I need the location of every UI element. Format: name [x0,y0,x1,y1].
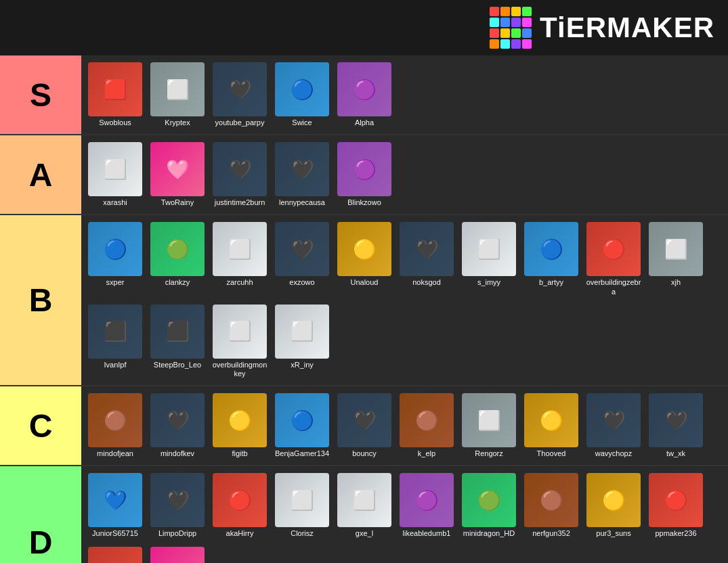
list-item[interactable]: 🟡figitb [210,390,270,461]
list-item[interactable]: 🟡Thooved [521,390,581,461]
list-item[interactable]: 🖤lennypecausa [272,139,332,210]
logo-cell [500,18,510,27]
avatar: 🖤 [586,393,641,447]
list-item[interactable]: ⬛IvanIpf [85,302,145,372]
logo-cell [522,18,532,27]
logo-cell [511,18,521,27]
avatar-emoji: 🟣 [353,78,377,101]
character-name: overbuildingzebra [585,278,642,296]
avatar: ⬜ [213,222,267,276]
character-name: s_imyy [477,278,500,287]
avatar-emoji: 🔴 [664,489,688,512]
list-item[interactable]: 🟡Unaloud [335,219,394,290]
list-item[interactable]: 🔴akaHirry [210,470,270,541]
character-name: LimpoDripp [158,529,196,538]
tier-label-b: B [0,215,81,385]
avatar-emoji: ⬜ [291,320,314,342]
character-name: xjh [671,278,681,287]
avatar: 🟢 [462,473,516,527]
character-name: Alpha [355,118,374,127]
avatar: 🟥 [88,62,142,116]
list-item[interactable]: 🔵b_artyy [521,219,581,290]
list-item[interactable]: ⬜gxe_l [335,470,394,541]
avatar: 🖤 [275,222,329,276]
character-name: Unaloud [351,278,379,287]
list-item[interactable]: 🩷TwoRainy [148,139,207,210]
avatar: 🔴 [586,222,641,276]
list-item[interactable]: 🟥Swoblous [85,60,145,130]
list-item[interactable]: ⬜xR_iny [272,302,332,372]
avatar: ⬜ [275,473,329,527]
avatar-emoji: 🖤 [602,409,626,432]
list-item[interactable]: 🔵sxper [85,219,145,290]
list-item[interactable]: ⬛SteepBro_Leo [148,302,207,372]
list-item[interactable]: 🖤youtube_parpy [210,60,270,130]
list-item[interactable]: 🟤nerfgun352 [521,470,581,541]
list-item[interactable]: 🟤k_elp [397,390,456,461]
list-item[interactable]: 🟣Blinkzowo [335,139,394,210]
tier-row-a: A⬜xarashi🩷TwoRainy🖤justintime2burn🖤lenny… [0,135,728,215]
list-item[interactable]: ⬜Kryptex [148,60,207,130]
tier-row-b: B🔵sxper🟢clankzy⬜zarcuhh🖤exzowo🟡Unaloud🖤n… [0,215,728,386]
list-item[interactable]: ⬜Clorisz [272,470,332,541]
list-item[interactable]: 🟡pur3_suns [584,470,643,541]
list-item[interactable]: ⬜Rengorz [459,390,519,461]
avatar: 🟣 [400,473,454,527]
character-name: xR_iny [291,361,314,369]
list-item[interactable]: 🟤mindofjean [85,390,145,461]
list-item[interactable]: 💙JuniorS65715 [85,470,145,541]
list-item[interactable]: 🖤mindofkev [148,390,207,461]
list-item[interactable]: 🔵BenjaGamer134 [272,390,332,461]
character-name: lennypecausa [279,198,325,207]
avatar-emoji: 🖤 [228,78,252,101]
avatar: 🟡 [337,222,391,276]
avatar: 🔴 [649,473,703,527]
list-item[interactable]: ⬜zarcuhh [210,219,270,290]
list-item[interactable]: 🖤noksgod [397,219,456,290]
avatar-emoji: ⬜ [228,238,252,261]
list-item[interactable]: 🖤wavychopz [584,390,643,461]
list-item[interactable]: ⬜s_imyy [459,219,519,290]
list-item[interactable]: 🖤LimpoDripp [148,470,207,541]
character-name: Rengorz [475,449,503,458]
logo-cell [490,7,499,16]
character-name: nerfgun352 [532,529,570,538]
logo-cell [511,28,521,38]
list-item[interactable]: 🔴overbuildingzebra [584,219,643,298]
avatar: 🔵 [275,393,329,447]
avatar: 🩷 [150,142,205,196]
avatar: ⬜ [649,222,703,276]
list-item[interactable]: ⬜overbuildingmonkey [210,302,270,381]
character-name: zarcuhh [226,278,253,287]
avatar-emoji: 🔴 [228,489,252,512]
logo-cell [500,28,510,38]
avatar: 🩷 [150,547,205,564]
avatar-emoji: 🩷 [166,158,190,181]
tier-list: S🟥Swoblous⬜Kryptex🖤youtube_parpy🔵Swice🟣A… [0,55,728,563]
list-item[interactable]: 🖤tw_xk [646,390,706,461]
list-item[interactable]: 🟢minidragon_HD [459,470,519,541]
list-item[interactable]: 🟣Alpha [335,60,394,130]
list-item[interactable]: ⬜xjh [646,219,706,290]
tier-content-s: 🟥Swoblous⬜Kryptex🖤youtube_parpy🔵Swice🟣Al… [81,55,728,134]
list-item[interactable]: 🟣likeabledumb1 [397,470,456,541]
list-item[interactable]: 🖤justintime2burn [210,139,270,210]
list-item[interactable]: 🔴ppmaker236 [646,470,706,541]
avatar-emoji: ⬜ [166,78,190,101]
character-name: Blinkzowo [347,198,381,207]
list-item[interactable]: 🖤bouncy [335,390,394,461]
character-name: youtube_parpy [215,118,265,127]
avatar-emoji: 🖤 [228,158,252,181]
tier-content-b: 🔵sxper🟢clankzy⬜zarcuhh🖤exzowo🟡Unaloud🖤no… [81,215,728,385]
list-item[interactable]: 🔴vRezxii24 [85,544,145,564]
list-item[interactable]: 🖤exzowo [272,219,332,290]
list-item[interactable]: ⬜xarashi [85,139,145,210]
list-item[interactable]: 🔵Swice [272,60,332,130]
character-name: likeabledumb1 [403,529,451,538]
list-item[interactable]: 🩷yeicoplks [148,544,207,564]
list-item[interactable]: 🟢clankzy [148,219,207,290]
avatar-emoji: 🟡 [540,409,563,432]
avatar: 🟤 [88,393,142,447]
avatar: 🖤 [213,62,267,116]
avatar-emoji: 🖤 [166,489,190,512]
